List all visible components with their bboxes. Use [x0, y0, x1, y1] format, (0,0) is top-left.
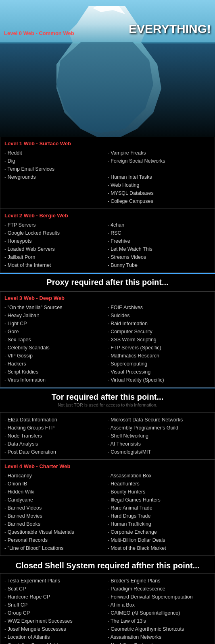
level3-col2: - FOIE Archives- Suicides- Raid Informat…	[108, 303, 211, 384]
level3-title: Level 3 Web - Deep Web	[4, 295, 211, 301]
closed-shell-divider: Closed Shell System required afther this…	[0, 556, 215, 573]
proxy-divider-text: Proxy required after this point...	[46, 278, 168, 287]
level2-section: Level 2 Web - Bergie Web - FTP Servers- …	[0, 209, 215, 273]
level1-section: Level 1 Web - Surface Web - Reddit- Dig-…	[0, 137, 215, 209]
tor-items: - Eliza Data Information- Hacking Groups…	[4, 416, 211, 456]
closed-shell-col1-items: - Tesla Experiment Plans- Scat CP- Hardc…	[4, 577, 106, 644]
level4-col2-items: - Assassination Box- Headhunters- Bounty…	[108, 472, 209, 552]
proxy-divider: Proxy required after this point...	[0, 273, 215, 291]
closed-shell-text: Closed Shell System required afther this…	[16, 561, 200, 570]
tor-divider-text: Tor required after this point...	[52, 392, 163, 401]
closed-shell-col1: - Tesla Experiment Plans- Scat CP- Hardc…	[4, 577, 108, 644]
level2-items: - FTP Servers- Google Locked Results- Ho…	[4, 221, 211, 269]
closed-shell-section: - Tesla Experiment Plans- Scat CP- Hardc…	[0, 573, 215, 644]
level2-col2-items: - 4chan- RSC- Freehive- Let Me Watch Thi…	[108, 221, 209, 269]
tor-divider-subtext: Not just TOR is used for access to this …	[58, 402, 157, 407]
level1-col2: - Vampire Freaks- Foreign Social Network…	[108, 149, 211, 205]
level1-title: Level 1 Web - Surface Web	[4, 140, 211, 147]
level3-col1: - "On the Vanilla" Sources- Heavy Jailba…	[4, 303, 108, 384]
level2-title: Level 2 Web - Bergie Web	[4, 213, 211, 219]
closed-shell-col2: - Broder's Engine Plans- Paradigm Recale…	[108, 577, 211, 644]
level2-col1: - FTP Servers- Google Locked Results- Ho…	[4, 221, 108, 269]
closed-shell-col2-items: - Broder's Engine Plans- Paradigm Recale…	[108, 577, 209, 644]
level2-col1-items: - FTP Servers- Google Locked Results- Ho…	[4, 221, 106, 269]
tor-col1: - Eliza Data Information- Hacking Groups…	[4, 416, 108, 456]
tor-section: - Eliza Data Information- Hacking Groups…	[0, 412, 215, 460]
level4-col1-items: - Hardcandy- Onion IB- Hidden Wiki- Cand…	[4, 472, 106, 552]
level3-col1-items: - "On the Vanilla" Sources- Heavy Jailba…	[4, 303, 106, 384]
tor-col1-items: - Eliza Data Information- Hacking Groups…	[4, 416, 106, 456]
tor-col2-items: - Microsoft Data Secure Networks- Assemb…	[108, 416, 209, 456]
level3-items: - "On the Vanilla" Sources- Heavy Jailba…	[4, 303, 211, 384]
iceberg-header: Level 0 Web - Common Web EVERYTHING!	[0, 0, 215, 137]
level3-col2-items: - FOIE Archives- Suicides- Raid Informat…	[108, 303, 209, 384]
level2-col2: - 4chan- RSC- Freehive- Let Me Watch Thi…	[108, 221, 211, 269]
level4-title: Level 4 Web - Charter Web	[4, 463, 211, 469]
level0-label: Level 0 Web - Common Web	[4, 30, 74, 36]
level3-section: Level 3 Web - Deep Web - "On the Vanilla…	[0, 291, 215, 388]
level1-col1-items: - Reddit- Dig- Temp Email Services- Newg…	[4, 149, 106, 181]
tor-divider: Tor required after this point... Not jus…	[0, 388, 215, 412]
level1-col2-items: - Vampire Freaks- Foreign Social Network…	[108, 149, 209, 205]
everything-text: EVERYTHING!	[129, 22, 211, 36]
level4-section: Level 4 Web - Charter Web - Hardcandy- O…	[0, 460, 215, 556]
level1-col1: - Reddit- Dig- Temp Email Services- Newg…	[4, 149, 108, 205]
closed-shell-items: - Tesla Experiment Plans- Scat CP- Hardc…	[4, 577, 211, 644]
level1-items: - Reddit- Dig- Temp Email Services- Newg…	[4, 149, 211, 205]
level4-col1: - Hardcandy- Onion IB- Hidden Wiki- Cand…	[4, 472, 108, 552]
level4-items: - Hardcandy- Onion IB- Hidden Wiki- Cand…	[4, 472, 211, 552]
tor-col2: - Microsoft Data Secure Networks- Assemb…	[108, 416, 211, 456]
level4-col2: - Assassination Box- Headhunters- Bounty…	[108, 472, 211, 552]
